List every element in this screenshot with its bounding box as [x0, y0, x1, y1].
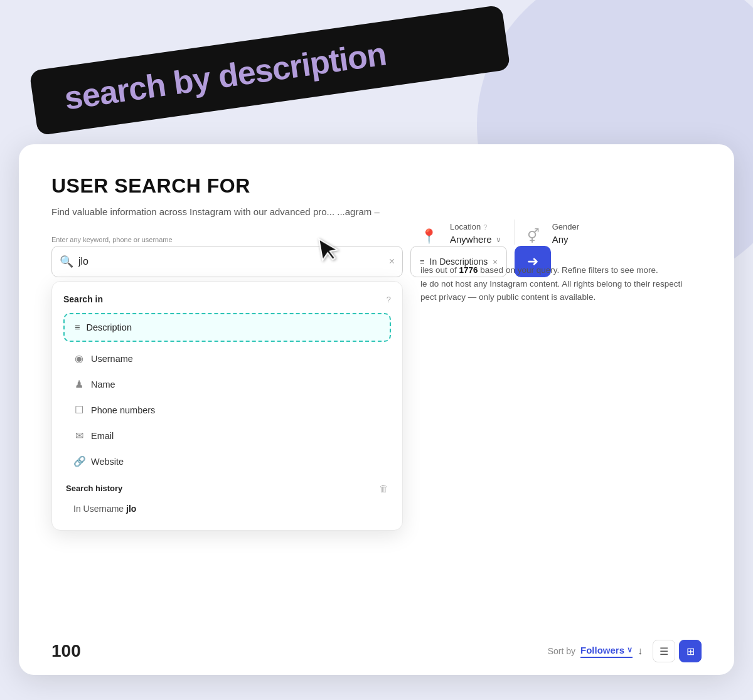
results-text-line3: pect privacy — only public content is av…: [420, 292, 595, 302]
location-icon: 📍: [420, 228, 437, 245]
history-header: Search history 🗑: [63, 483, 391, 494]
list-view-button[interactable]: ☰: [653, 640, 675, 662]
location-chevron: ∨: [496, 235, 501, 244]
gender-label: Gender: [552, 222, 579, 231]
gender-filter: Gender Any: [552, 222, 579, 245]
phone-label: Phone numbers: [91, 405, 155, 415]
sort-label: Sort by: [548, 646, 575, 656]
website-label: Website: [91, 457, 124, 467]
username-label: Username: [91, 354, 133, 364]
results-count-badge: 100: [51, 641, 81, 661]
dropdown-item-website[interactable]: 🔗 Website: [63, 448, 391, 474]
history-label: Search history: [66, 484, 122, 493]
sort-direction-button[interactable]: ↓: [638, 645, 643, 657]
gender-icon: ⚥: [527, 228, 540, 245]
search-input-box: 🔍 ×: [51, 246, 403, 277]
sort-chevron-icon: ∨: [627, 645, 633, 654]
sort-group: Sort by Followers ∨ ↓: [548, 645, 643, 658]
description-label: Description: [86, 322, 132, 332]
email-icon: ✉: [73, 430, 85, 442]
page-subtitle: Find valuable information across Instagr…: [51, 206, 702, 217]
promo-banner: search by description: [29, 5, 510, 136]
clear-icon[interactable]: ×: [389, 256, 395, 267]
banner-text-plain: search by: [62, 59, 221, 117]
gender-value: Any: [552, 234, 569, 245]
svg-marker-0: [319, 236, 339, 262]
results-text-line1: iles out of 1776 based on your query. Re…: [420, 265, 658, 275]
history-trash-icon[interactable]: 🗑: [379, 483, 388, 494]
username-icon: ◉: [73, 353, 85, 364]
email-label: Email: [91, 431, 114, 441]
grid-view-icon: ⊞: [686, 645, 695, 657]
search-input-wrap: Enter any keyword, phone or username 🔍 ×…: [51, 236, 403, 277]
grid-view-button[interactable]: ⊞: [679, 640, 702, 662]
location-select[interactable]: Anywhere ∨: [450, 234, 501, 245]
bottom-bar: 100 Sort by Followers ∨ ↓ ☰ ⊞: [19, 640, 734, 662]
sort-value-text: Followers: [580, 645, 624, 655]
dropdown-header: Search in ?: [63, 294, 391, 304]
results-count: 1776: [459, 265, 478, 275]
location-value: Anywhere: [450, 234, 492, 245]
website-icon: 🔗: [73, 455, 85, 467]
list-view-icon: ☰: [660, 645, 668, 657]
banner-text-accent: description: [216, 35, 388, 95]
results-text-line2: le do not host any Instagram content. Al…: [420, 279, 682, 289]
history-value: jlo: [126, 504, 136, 514]
history-item[interactable]: In Username jlo: [63, 499, 391, 519]
dropdown-item-phone[interactable]: ☐ Phone numbers: [63, 397, 391, 423]
dropdown-section-label: Search in: [63, 294, 103, 304]
location-label: Location ?: [450, 222, 501, 231]
gender-select[interactable]: Any: [552, 234, 579, 245]
view-toggle: ☰ ⊞: [653, 640, 702, 662]
page-title: USER SEARCH FOR: [51, 174, 702, 198]
filter-divider: [514, 220, 515, 245]
filters-row: 📍 Location ? Anywhere ∨ ⚥ Gender Any: [420, 220, 734, 245]
results-info: iles out of 1776 based on your query. Re…: [420, 263, 728, 304]
dropdown-help-icon[interactable]: ?: [387, 295, 391, 304]
location-filter: Location ? Anywhere ∨: [450, 222, 501, 245]
dropdown-item-email[interactable]: ✉ Email: [63, 423, 391, 448]
name-label: Name: [91, 379, 115, 390]
search-icon: 🔍: [60, 255, 73, 268]
phone-icon: ☐: [73, 404, 85, 416]
name-icon: ♟: [73, 378, 85, 390]
sort-value-button[interactable]: Followers ∨: [580, 645, 633, 658]
location-help: ?: [483, 223, 487, 231]
dropdown-item-name[interactable]: ♟ Name: [63, 371, 391, 397]
main-card: USER SEARCH FOR Find valuable informatio…: [19, 144, 734, 675]
search-label: Enter any keyword, phone or username: [51, 236, 403, 243]
description-icon: ≡: [75, 322, 80, 332]
search-dropdown: Search in ? ≡ Description ◉ Username ♟ N…: [51, 281, 403, 531]
dropdown-item-username[interactable]: ◉ Username: [63, 346, 391, 371]
dropdown-item-description[interactable]: ≡ Description: [63, 313, 391, 342]
